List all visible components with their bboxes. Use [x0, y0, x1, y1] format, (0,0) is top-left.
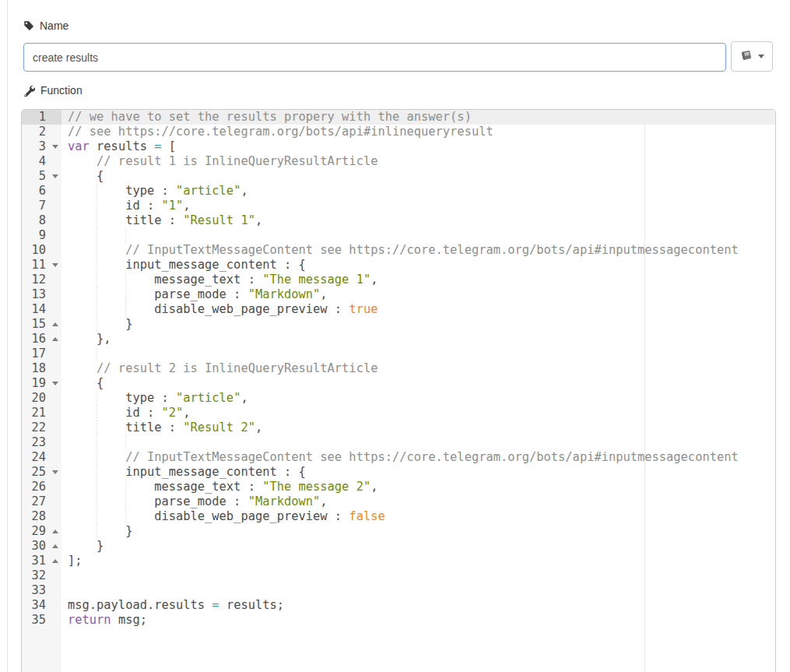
- gutter-line-number[interactable]: 9: [22, 228, 61, 243]
- code-line[interactable]: message_text : "The message 1",: [61, 273, 775, 287]
- gutter-line-number[interactable]: 25: [22, 465, 61, 480]
- code-line[interactable]: // InputTextMessageContent see https://c…: [61, 243, 775, 258]
- string-token: "article": [176, 391, 241, 405]
- code-line[interactable]: message_text : "The message 2",: [61, 480, 775, 494]
- gutter-line-number[interactable]: 35: [22, 613, 61, 628]
- code-line[interactable]: // we have to set the results propery wi…: [61, 110, 775, 125]
- gutter-line-number[interactable]: 8: [22, 213, 61, 228]
- code-line[interactable]: input_message_content : {: [61, 465, 775, 480]
- library-button[interactable]: [731, 41, 773, 72]
- code-line[interactable]: msg.payload.results = results;: [61, 598, 775, 613]
- code-line[interactable]: parse_mode : "Markdown",: [61, 287, 775, 302]
- code-line[interactable]: type : "article",: [61, 391, 775, 406]
- gutter-line-number[interactable]: 34: [22, 598, 61, 613]
- code-line[interactable]: [61, 228, 775, 243]
- gutter-line-number[interactable]: 16: [22, 332, 61, 347]
- code-line[interactable]: var results = [: [61, 139, 775, 154]
- gutter-line-number[interactable]: 7: [22, 199, 61, 213]
- fold-open-icon[interactable]: [52, 263, 58, 267]
- code-line[interactable]: },: [61, 332, 775, 347]
- code-editor[interactable]: // we have to set the results propery wi…: [21, 109, 776, 672]
- gutter-line-number[interactable]: 21: [22, 406, 61, 420]
- code-line[interactable]: title : "Result 1",: [61, 213, 775, 228]
- fold-open-icon[interactable]: [52, 174, 58, 178]
- gutter-line-number[interactable]: 24: [22, 450, 61, 465]
- code-line[interactable]: parse_mode : "Markdown",: [61, 494, 775, 509]
- code-line[interactable]: id : "2",: [61, 406, 775, 420]
- gutter-line-number[interactable]: 15: [22, 317, 61, 332]
- code-line[interactable]: type : "article",: [61, 184, 775, 199]
- code-line[interactable]: id : "1",: [61, 199, 775, 213]
- code-line[interactable]: {: [61, 376, 775, 391]
- code-line[interactable]: }: [61, 317, 775, 332]
- fold-open-icon[interactable]: [52, 145, 58, 149]
- gutter-line-number[interactable]: 28: [22, 509, 61, 524]
- comment-token: // result 1 is InlineQueryResultArticle: [68, 154, 377, 168]
- gutter-line-number[interactable]: 26: [22, 480, 61, 494]
- book-icon: [739, 49, 753, 65]
- code-line[interactable]: {: [61, 169, 775, 184]
- editor-scroller[interactable]: // we have to set the results propery wi…: [61, 110, 775, 672]
- code-line[interactable]: title : "Result 2",: [61, 420, 775, 435]
- gutter-line-number[interactable]: 10: [22, 243, 61, 258]
- gutter-line-number[interactable]: 4: [22, 154, 61, 169]
- fold-end-icon[interactable]: [52, 337, 58, 341]
- gutter-line-number[interactable]: 17: [22, 347, 61, 361]
- gutter-line-number[interactable]: 31: [22, 554, 61, 568]
- gutter-line-number[interactable]: 18: [22, 361, 61, 376]
- gutter-line-number[interactable]: 23: [22, 435, 61, 450]
- gutter-line-number[interactable]: 27: [22, 494, 61, 509]
- gutter-line-number[interactable]: 32: [22, 568, 61, 583]
- gutter-line-number[interactable]: 19: [22, 376, 61, 391]
- gutter-line-number[interactable]: 1: [22, 110, 61, 125]
- code-line[interactable]: [61, 347, 775, 361]
- line-number: 24: [31, 450, 46, 464]
- gutter-line-number[interactable]: 3: [22, 139, 61, 154]
- fold-end-icon[interactable]: [52, 544, 58, 548]
- fold-open-icon[interactable]: [52, 382, 58, 385]
- code-line[interactable]: ];: [61, 554, 775, 568]
- code-line[interactable]: // InputTextMessageContent see https://c…: [61, 450, 775, 465]
- code-line[interactable]: input_message_content : {: [61, 258, 775, 273]
- code-line[interactable]: disable_web_page_preview : true: [61, 302, 775, 317]
- fold-end-icon[interactable]: [52, 322, 58, 326]
- fold-open-icon[interactable]: [52, 470, 58, 474]
- comment-token: // result 2 is InlineQueryResultArticle: [68, 361, 377, 375]
- function-label-row: Function: [23, 84, 83, 97]
- line-number: 2: [39, 125, 46, 139]
- line-number: 10: [31, 243, 46, 257]
- editor-rows[interactable]: // we have to set the results propery wi…: [61, 110, 775, 628]
- line-number: 25: [31, 465, 46, 479]
- string-token: "article": [176, 184, 241, 198]
- gutter-line-number[interactable]: 6: [22, 184, 61, 199]
- fold-end-icon[interactable]: [52, 530, 58, 533]
- function-label: Function: [40, 84, 83, 97]
- code-line[interactable]: return msg;: [61, 613, 775, 628]
- gutter-line-number[interactable]: 2: [22, 125, 61, 139]
- code-line[interactable]: [61, 583, 775, 598]
- gutter-line-number[interactable]: 12: [22, 273, 61, 287]
- gutter-line-number[interactable]: 29: [22, 524, 61, 539]
- code-line[interactable]: // result 2 is InlineQueryResultArticle: [61, 361, 775, 376]
- name-input[interactable]: [23, 43, 726, 72]
- gutter-line-number[interactable]: 14: [22, 302, 61, 317]
- fold-end-icon[interactable]: [52, 559, 58, 563]
- editor-gutter[interactable]: 1234567891011121314151617181920212223242…: [22, 110, 61, 672]
- code-line[interactable]: [61, 568, 775, 583]
- gutter-line-number[interactable]: 33: [22, 583, 61, 598]
- code-line[interactable]: // see https://core.telegram.org/bots/ap…: [61, 125, 775, 139]
- gutter-line-number[interactable]: 22: [22, 420, 61, 435]
- code-line[interactable]: }: [61, 539, 775, 554]
- comment-token: // we have to set the results propery wi…: [68, 110, 472, 124]
- gutter-line-number[interactable]: 11: [22, 258, 61, 273]
- line-number: 5: [39, 169, 46, 183]
- code-line[interactable]: [61, 435, 775, 450]
- gutter-line-number[interactable]: 20: [22, 391, 61, 406]
- code-line[interactable]: disable_web_page_preview : false: [61, 509, 775, 524]
- gutter-line-number[interactable]: 30: [22, 539, 61, 554]
- code-line[interactable]: }: [61, 524, 775, 539]
- gutter-line-number[interactable]: 13: [22, 287, 61, 302]
- gutter-line-number[interactable]: 5: [22, 169, 61, 184]
- wrench-icon: [23, 85, 35, 97]
- code-line[interactable]: // result 1 is InlineQueryResultArticle: [61, 154, 775, 169]
